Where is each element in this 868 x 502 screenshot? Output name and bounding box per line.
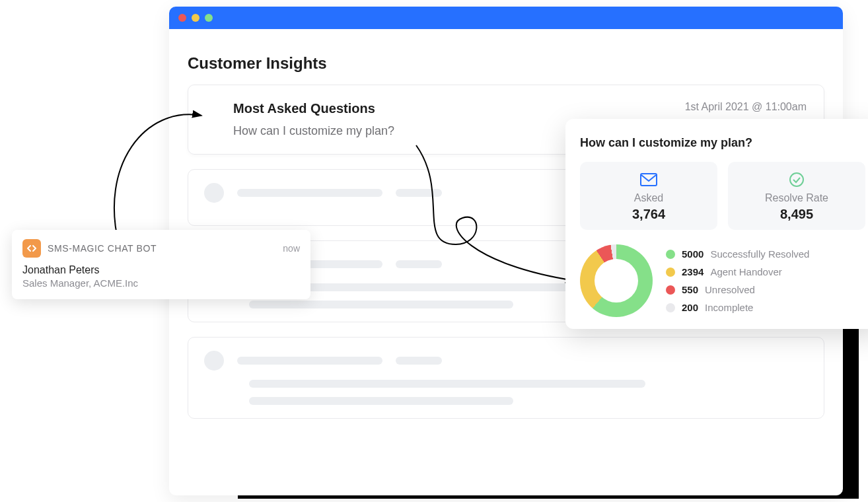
- notification-toast[interactable]: SMS-MAGIC CHAT BOT now Jonathan Peters S…: [12, 230, 310, 299]
- card-title: Most Asked Questions: [233, 101, 394, 116]
- skeleton-bar: [249, 380, 645, 388]
- skeleton-bar: [249, 301, 513, 308]
- stat-asked[interactable]: Asked 3,764: [580, 162, 717, 230]
- skeleton-card: [188, 337, 824, 419]
- stat-label: Resolve Rate: [732, 192, 861, 204]
- skeleton-avatar: [204, 351, 224, 371]
- card-example-question: How can I customize my plan?: [233, 124, 394, 138]
- resolution-donut-chart: [580, 244, 653, 317]
- skeleton-bar: [237, 357, 382, 365]
- legend-value: 550: [682, 284, 698, 295]
- toast-time: now: [283, 243, 300, 254]
- chart-legend: 5000Successfully Resolved2394Agent Hando…: [666, 248, 809, 313]
- app-icon: [22, 239, 41, 258]
- skeleton-bar: [237, 189, 382, 197]
- toast-app-name: SMS-MAGIC CHAT BOT: [48, 243, 157, 254]
- toast-person-name: Jonathan Peters: [22, 264, 300, 276]
- mail-icon: [584, 171, 713, 188]
- legend-swatch: [666, 250, 675, 259]
- legend-item: 5000Successfully Resolved: [666, 248, 809, 260]
- legend-item: 550Unresolved: [666, 284, 809, 295]
- window-minimize-dot[interactable]: [192, 14, 199, 22]
- legend-swatch: [666, 285, 675, 295]
- stat-label: Asked: [584, 192, 713, 204]
- legend-label: Successfully Resolved: [710, 248, 809, 260]
- legend-swatch: [666, 268, 675, 277]
- legend-swatch: [666, 303, 675, 312]
- skeleton-avatar: [204, 183, 224, 203]
- card-timestamp: 1st April 2021 @ 11:00am: [685, 101, 807, 113]
- legend-item: 2394Agent Handover: [666, 266, 809, 277]
- skeleton-bar: [396, 189, 442, 197]
- page-title: Customer Insights: [188, 54, 824, 73]
- legend-item: 200Incomplete: [666, 302, 809, 313]
- skeleton-bar: [396, 357, 442, 365]
- legend-label: Agent Handover: [710, 266, 781, 277]
- window-maximize-dot[interactable]: [205, 14, 213, 22]
- legend-value: 200: [682, 302, 698, 313]
- stat-value: 8,495: [732, 207, 861, 222]
- window-close-dot[interactable]: [178, 14, 186, 22]
- toast-person-role: Sales Manager, ACME.Inc: [22, 277, 300, 289]
- svg-point-1: [790, 173, 803, 186]
- legend-value: 2394: [682, 266, 704, 277]
- question-detail-popover: How can I customize my plan? Asked 3,764…: [565, 119, 868, 329]
- skeleton-bar: [396, 260, 442, 268]
- legend-value: 5000: [682, 248, 704, 260]
- stat-value: 3,764: [584, 207, 713, 222]
- legend-label: Incomplete: [705, 302, 753, 313]
- detail-title: How can I customize my plan?: [580, 136, 865, 150]
- window-titlebar: [169, 7, 843, 29]
- svg-rect-0: [641, 174, 657, 186]
- legend-label: Unresolved: [705, 284, 755, 295]
- skeleton-bar: [249, 397, 513, 405]
- check-circle-icon: [732, 171, 861, 188]
- stat-resolve-rate[interactable]: Resolve Rate 8,495: [728, 162, 865, 230]
